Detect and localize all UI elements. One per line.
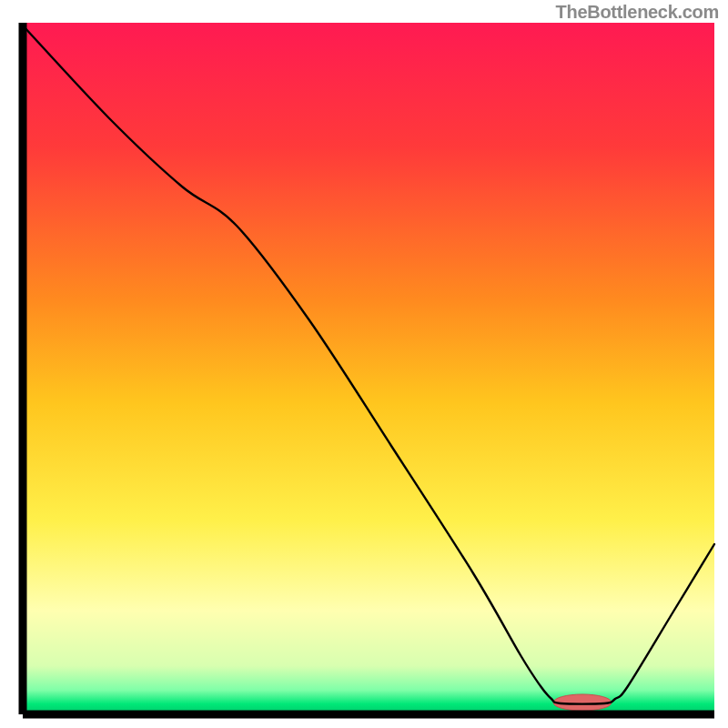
bottleneck-chart xyxy=(0,0,728,728)
gradient-background xyxy=(23,23,714,714)
watermark: TheBottleneck.com xyxy=(556,2,719,23)
chart-container: { "watermark": "TheBottleneck.com", "cha… xyxy=(0,0,728,728)
